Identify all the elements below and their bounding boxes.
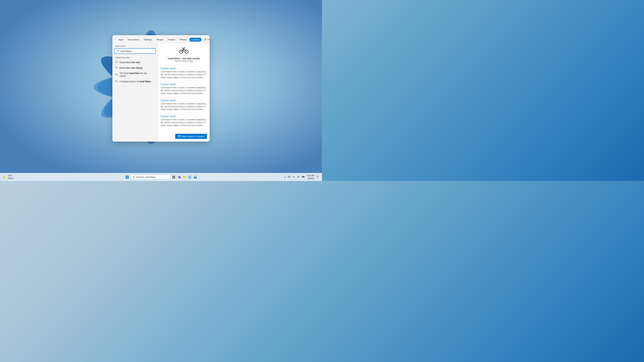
taskbar-right: ∧ — [284, 174, 319, 180]
show-hidden-icons-button[interactable]: ∧ — [284, 175, 286, 179]
system-clock[interactable]: 9:28 AM 10/6/21 — [307, 174, 314, 180]
tab-documents[interactable]: Documents — [126, 38, 141, 41]
tab-photos[interactable]: Photos — [178, 38, 188, 41]
contoso-result-2[interactable]: Contoso result Lorem ipsum dolor sit ame… — [160, 83, 207, 97]
tab-people[interactable]: People — [154, 38, 165, 41]
taskbar-search-icon — [133, 176, 135, 178]
teams-icon: T — [178, 176, 181, 179]
filter-tabs: ‹ Apps Documents Settings People Folders… — [112, 35, 210, 43]
tab-apps[interactable]: Apps — [116, 38, 126, 41]
suggestion-text-4: Compare prices of road bikes — [120, 80, 152, 83]
edge-browser-button[interactable] — [188, 175, 192, 179]
speaker-icon — [297, 176, 300, 178]
svg-point-14 — [117, 50, 118, 51]
contoso-result-4[interactable]: Contoso result Lorem ipsum dolor sit ame… — [160, 115, 207, 129]
search-icon — [116, 50, 119, 52]
suggestion-text-1: Road bikes for sale — [120, 61, 152, 64]
svg-point-49 — [178, 176, 178, 177]
suggestion-arrow-4: › — [154, 80, 155, 82]
right-panel: 'road bikes' - see web results Contoso S… — [158, 43, 210, 142]
nav-next-arrow[interactable]: › — [202, 37, 203, 42]
contoso-result-1[interactable]: Contoso result Lorem ipsum dolor sit ame… — [160, 67, 207, 81]
taskbar-left: 🌤️ 78°F Sunny — [3, 175, 14, 179]
edge-icon — [188, 175, 192, 179]
svg-rect-44 — [174, 176, 175, 177]
weather-widget[interactable]: 🌤️ 78°F Sunny — [3, 175, 14, 179]
contoso-result-title-4[interactable]: Contoso result — [160, 115, 207, 118]
notification-center-button[interactable] — [316, 175, 319, 179]
search-input-row[interactable] — [114, 48, 156, 54]
suggestion-road-bikes-for-cheap[interactable]: Road bikes for cheap › — [112, 65, 158, 70]
volume-icon[interactable] — [296, 175, 300, 179]
svg-line-21 — [117, 75, 118, 75]
battery-icon[interactable] — [301, 175, 306, 179]
svg-rect-46 — [174, 177, 175, 178]
nav-prev-arrow[interactable]: ‹ — [115, 37, 116, 42]
battery-indicator — [302, 176, 305, 178]
svg-line-19 — [117, 68, 118, 69]
svg-line-42 — [134, 177, 135, 178]
suggestion-arrow-2: › — [154, 67, 155, 69]
svg-line-34 — [182, 48, 184, 49]
contoso-result-title-3[interactable]: Contoso result — [160, 99, 207, 102]
tab-folders[interactable]: Folders — [166, 38, 177, 41]
file-explorer-button[interactable] — [182, 175, 187, 179]
svg-point-16 — [116, 61, 117, 63]
svg-rect-45 — [172, 177, 174, 178]
svg-rect-43 — [172, 176, 174, 177]
suggestion-road-bikes-for-sale[interactable]: Road bikes for sale › — [112, 59, 158, 65]
contoso-result-3[interactable]: Contoso result Lorem ipsum dolor sit ame… — [160, 99, 207, 113]
tab-settings[interactable]: Settings — [142, 38, 154, 41]
taskview-button[interactable] — [172, 175, 176, 179]
tab-achievements-icon[interactable] — [204, 37, 207, 42]
search-input[interactable] — [120, 50, 154, 52]
keyboard-layout-indicator[interactable] — [287, 175, 291, 179]
weather-temp: 78°F — [8, 175, 14, 177]
external-link-icon — [178, 135, 180, 137]
taskbar-center: Contoso: road bikes T — [124, 174, 198, 180]
teams-button[interactable]: T — [177, 175, 182, 179]
notification-icon — [316, 176, 319, 178]
result-header: 'road bikes' - see web results Contoso S… — [160, 46, 207, 65]
store-button[interactable] — [193, 175, 198, 179]
weather-desc: Sunny — [8, 177, 14, 179]
suggestion-best-road-bike[interactable]: The best road bike for my needs › — [112, 70, 158, 79]
popup-body: Best match Search the web — [112, 43, 210, 142]
contoso-result-desc-4: Lorem ipsum dolor sit amet, consectetur … — [160, 118, 207, 127]
suggestion-search-icon-4 — [116, 80, 118, 83]
svg-rect-54 — [288, 176, 289, 177]
windows-logo — [126, 175, 129, 179]
store-icon — [194, 175, 197, 179]
tab-more-button[interactable]: ••• — [208, 37, 210, 42]
svg-line-32 — [184, 48, 185, 49]
suggestion-compare-prices[interactable]: Compare prices of road bikes › — [112, 79, 158, 84]
taskbar-search-text: Contoso: road bikes — [136, 176, 156, 178]
weather-text: 78°F Sunny — [8, 175, 14, 179]
svg-line-23 — [117, 82, 118, 82]
contoso-result-title-2[interactable]: Contoso result — [160, 83, 207, 86]
search-web-label: Search the web — [112, 55, 158, 59]
system-tray: ∧ — [284, 175, 306, 179]
svg-rect-57 — [288, 177, 290, 177]
svg-point-41 — [133, 176, 134, 178]
open-browser-label: Open results in browser — [181, 135, 204, 138]
result-subtitle: Contoso Search App — [174, 60, 193, 62]
open-browser-button[interactable]: Open results in browser — [175, 134, 207, 139]
svg-rect-39 — [126, 177, 127, 179]
network-icon[interactable] — [292, 175, 296, 179]
contoso-result-desc-2: Lorem ipsum dolor sit amet, consectetur … — [160, 86, 207, 95]
file-explorer-icon — [183, 176, 186, 179]
contoso-result-desc-1: Lorem ipsum dolor sit amet, consectetur … — [160, 70, 207, 79]
suggestion-arrow-1: › — [154, 61, 155, 63]
contoso-result-title-1[interactable]: Contoso result — [160, 67, 207, 70]
system-time: 9:28 AM — [307, 174, 314, 177]
suggestion-text-2: Road bikes for cheap — [120, 66, 152, 69]
suggestion-search-icon-2 — [116, 66, 118, 69]
tab-contoso[interactable]: Contoso — [189, 38, 202, 41]
system-date: 10/6/21 — [307, 177, 314, 180]
suggestion-search-icon-3 — [116, 73, 118, 76]
taskview-icon — [172, 176, 175, 179]
taskbar-search[interactable]: Contoso: road bikes — [130, 175, 171, 179]
start-button[interactable] — [124, 174, 130, 180]
bike-icon — [179, 46, 188, 56]
